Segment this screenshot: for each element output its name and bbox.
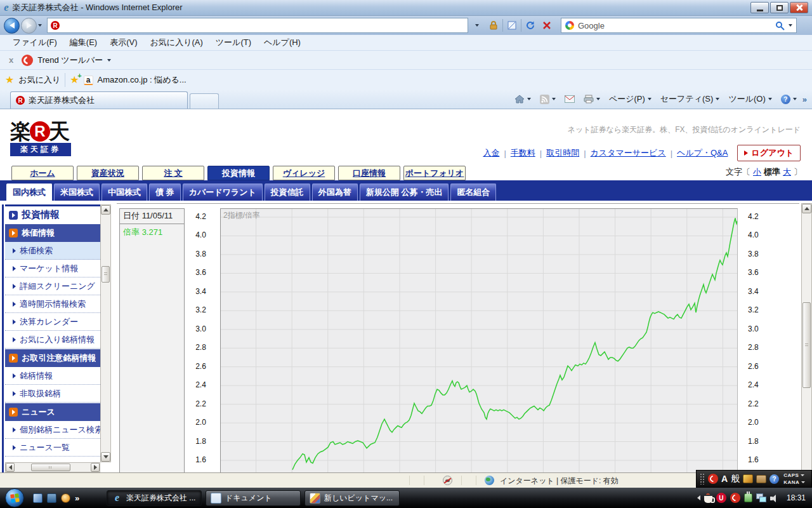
trend-toolbar-close-button[interactable]: x (5, 55, 17, 65)
sidebar-item[interactable]: ニュース一覧 (5, 439, 100, 457)
update-tray-icon[interactable]: U (716, 493, 726, 503)
ime-tools-icon[interactable] (743, 474, 753, 483)
text-size-normal-label[interactable]: 標準 (764, 166, 780, 178)
text-size-large-link[interactable]: 大 (783, 166, 791, 178)
history-dropdown-icon[interactable] (38, 24, 42, 27)
address-bar[interactable]: R (47, 18, 468, 33)
scroll-down-button[interactable] (101, 452, 110, 462)
quick-launch-icon[interactable] (33, 493, 43, 503)
read-mail-button[interactable] (561, 93, 578, 105)
main-tab[interactable]: ヴィレッジ (273, 166, 335, 180)
quick-launch-icon[interactable] (61, 493, 70, 503)
header-link[interactable]: 入金 (483, 147, 499, 159)
header-link[interactable]: 手数料 (511, 147, 535, 159)
search-icon[interactable] (775, 21, 785, 30)
search-options-icon[interactable] (789, 24, 792, 27)
menu-item[interactable]: ヘルプ(H) (258, 35, 307, 50)
trend-micro-tray-icon[interactable] (730, 493, 740, 503)
power-tray-icon[interactable] (744, 493, 752, 502)
quick-launch-more-icon[interactable]: » (75, 493, 79, 503)
page-vertical-scrollbar[interactable] (801, 203, 812, 472)
help-menu-button[interactable]: ? (778, 93, 800, 106)
sidebar-item[interactable]: 銘柄情報 (5, 367, 100, 385)
start-button[interactable] (5, 488, 24, 507)
volume-tray-icon[interactable] (770, 495, 779, 502)
sidebar-vertical-scrollbar[interactable] (100, 204, 111, 462)
text-size-small-link[interactable]: 小 (753, 166, 761, 178)
menu-item[interactable]: ツール(T) (209, 35, 258, 50)
category-nav-item[interactable]: 匿名組合 (450, 184, 496, 201)
taskbar-button[interactable]: 新しいビットマッ... (304, 490, 400, 506)
quick-launch-icon[interactable] (47, 493, 56, 503)
favorite-item-amazon[interactable]: Amazon.co.jp : 悩める... (98, 74, 187, 86)
print-button[interactable] (580, 93, 603, 105)
menu-item[interactable]: 編集(E) (63, 35, 103, 50)
more-commands-icon[interactable]: » (802, 95, 807, 104)
header-link[interactable]: カスタマーサービス (591, 147, 666, 159)
logout-button[interactable]: ログアウト (737, 145, 801, 161)
add-favorite-icon[interactable]: ★ (70, 75, 79, 85)
scrollbar-thumb[interactable] (31, 464, 70, 471)
refresh-button[interactable] (523, 18, 538, 33)
security-lock-button[interactable] (486, 18, 501, 33)
scrollbar-thumb[interactable] (102, 266, 110, 283)
rakuten-securities-logo[interactable]: 楽 R 天 楽天証券 (10, 121, 71, 156)
close-button[interactable] (790, 2, 808, 13)
tray-expand-icon[interactable] (697, 495, 700, 500)
category-nav-item[interactable]: 中国株式 (102, 184, 147, 201)
sidebar-item[interactable]: お気に入り銘柄情報 (5, 331, 100, 349)
tools-menu-button[interactable]: ツール(O) (725, 91, 775, 107)
category-nav-item[interactable]: 投資信託 (265, 184, 310, 201)
stop-button[interactable] (539, 18, 554, 33)
sidebar-item[interactable]: お取引注意銘柄情報 (5, 349, 100, 367)
java-tray-icon[interactable] (704, 496, 712, 503)
sidebar-horizontal-scrollbar[interactable] (5, 462, 100, 472)
category-nav-item[interactable]: カバードワラント (183, 184, 263, 201)
scroll-up-button[interactable] (101, 205, 110, 215)
favorites-button[interactable]: お気に入り (18, 74, 60, 86)
back-button[interactable] (4, 18, 20, 34)
page-menu-button[interactable]: ページ(P) (606, 91, 655, 107)
compatibility-view-button[interactable] (504, 18, 520, 33)
trend-toolbar-label[interactable]: Trend ツールバー (37, 55, 103, 66)
sidebar-item[interactable]: ニュース (5, 403, 100, 421)
main-tab[interactable]: 口座情報 (338, 166, 400, 180)
new-tab-button[interactable] (190, 93, 219, 109)
address-dropdown-button[interactable] (469, 18, 485, 33)
sidebar-item[interactable]: 適時開示情報検索 (5, 295, 100, 313)
taskbar-clock[interactable]: 18:31 (783, 493, 809, 502)
main-tab[interactable]: 資産状況 (77, 166, 139, 180)
feeds-button[interactable] (537, 93, 559, 106)
sidebar-item[interactable]: 投資情報 (5, 204, 100, 224)
main-tab[interactable]: 投資情報 (207, 166, 270, 180)
menu-item[interactable]: 表示(V) (103, 35, 143, 50)
browser-tab-active[interactable]: R 楽天証券株式会社 (10, 91, 188, 109)
sidebar-item[interactable]: 株価情報 (5, 224, 100, 242)
ime-toolbox-icon[interactable] (756, 475, 766, 483)
category-nav-item[interactable]: 債 券 (149, 184, 181, 201)
address-input[interactable] (63, 19, 464, 32)
header-link[interactable]: ヘルプ・Q&A (677, 147, 728, 159)
sidebar-item[interactable]: 非取扱銘柄 (5, 385, 100, 403)
main-tab[interactable]: 注 文 (142, 166, 204, 180)
caps-label[interactable]: CAPS (783, 472, 799, 478)
category-nav-item[interactable]: 外国為替 (312, 184, 358, 201)
ime-input-mode[interactable]: 般 (731, 473, 740, 485)
taskbar-button[interactable]: ドキュメント (206, 490, 301, 506)
menu-item[interactable]: ファイル(F) (6, 35, 63, 50)
ime-help-icon[interactable]: ? (769, 474, 779, 484)
sidebar-item[interactable]: マーケット情報 (5, 260, 100, 277)
maximize-button[interactable] (770, 2, 789, 13)
sidebar-item[interactable]: 決算カレンダー (5, 313, 100, 331)
forward-button[interactable] (21, 18, 37, 34)
safety-menu-button[interactable]: セーフティ(S) (657, 91, 723, 107)
main-tab[interactable]: ポートフォリオ (403, 166, 466, 180)
menu-item[interactable]: お気に入り(A) (144, 35, 209, 50)
scroll-right-button[interactable] (91, 463, 100, 472)
ime-input-letter[interactable]: A (721, 474, 728, 484)
category-nav-item[interactable]: 米国株式 (54, 184, 100, 201)
network-tray-icon[interactable] (756, 493, 766, 502)
header-link[interactable]: 取引時間 (546, 147, 579, 159)
category-nav-item[interactable]: 新規公開 公募・売出 (360, 184, 449, 201)
taskbar-button[interactable]: e楽天証券株式会社 ... (107, 490, 202, 506)
